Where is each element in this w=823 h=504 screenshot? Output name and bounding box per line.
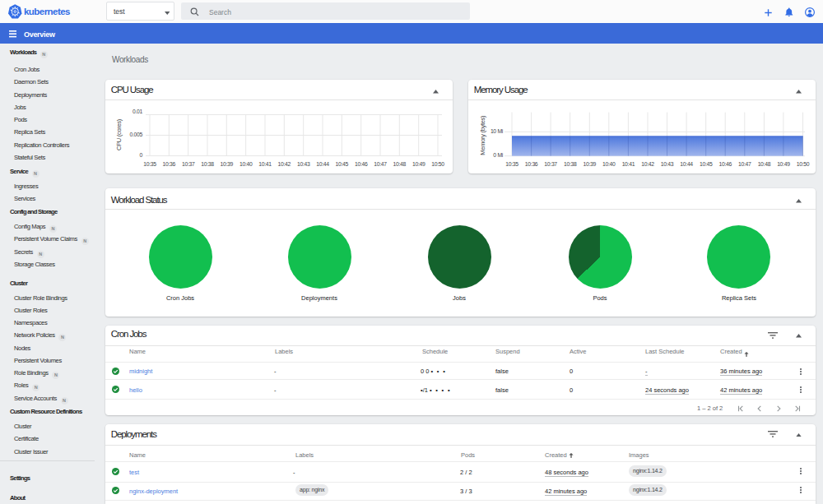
svg-text:10:49: 10:49 — [777, 161, 790, 167]
svg-text:0.01: 0.01 — [133, 109, 143, 114]
svg-text:10 Mi: 10 Mi — [491, 128, 504, 134]
svg-text:10:39: 10:39 — [221, 161, 234, 167]
svg-text:10:44: 10:44 — [680, 161, 693, 167]
svg-text:10:37: 10:37 — [182, 161, 195, 167]
svg-text:10:45: 10:45 — [336, 161, 349, 167]
svg-text:10:50: 10:50 — [431, 161, 444, 167]
svg-text:0.005: 0.005 — [129, 132, 142, 137]
svg-text:10:35: 10:35 — [143, 161, 156, 167]
svg-text:10:36: 10:36 — [163, 161, 176, 167]
svg-text:10:40: 10:40 — [239, 161, 253, 167]
svg-text:10:48: 10:48 — [758, 161, 771, 167]
svg-text:10:47: 10:47 — [738, 161, 751, 167]
svg-text:10:41: 10:41 — [258, 161, 272, 167]
svg-text:10:47: 10:47 — [374, 161, 387, 167]
svg-text:10:40: 10:40 — [602, 161, 616, 167]
svg-text:CPU (cores): CPU (cores) — [115, 118, 123, 150]
svg-text:Memory (bytes): Memory (bytes) — [480, 115, 487, 155]
svg-text:10:50: 10:50 — [797, 161, 810, 167]
svg-text:10:38: 10:38 — [201, 161, 214, 167]
svg-text:10:35: 10:35 — [505, 161, 518, 167]
svg-text:10:49: 10:49 — [412, 161, 425, 167]
svg-text:10:44: 10:44 — [316, 161, 329, 167]
svg-text:10:42: 10:42 — [641, 161, 654, 167]
svg-text:10:46: 10:46 — [718, 161, 732, 167]
svg-text:10:46: 10:46 — [355, 161, 368, 167]
svg-text:10:37: 10:37 — [544, 161, 557, 167]
svg-text:0 Mi: 0 Mi — [493, 152, 503, 158]
svg-text:10:41: 10:41 — [622, 161, 635, 167]
svg-text:10:39: 10:39 — [584, 161, 597, 167]
svg-text:10:36: 10:36 — [525, 161, 538, 167]
svg-text:0: 0 — [140, 152, 143, 158]
svg-text:10:43: 10:43 — [297, 161, 310, 167]
svg-text:10:42: 10:42 — [278, 161, 291, 167]
svg-text:10:38: 10:38 — [564, 161, 577, 167]
svg-text:10:45: 10:45 — [700, 161, 713, 167]
svg-text:10:43: 10:43 — [661, 161, 674, 167]
svg-text:10:48: 10:48 — [393, 161, 407, 167]
